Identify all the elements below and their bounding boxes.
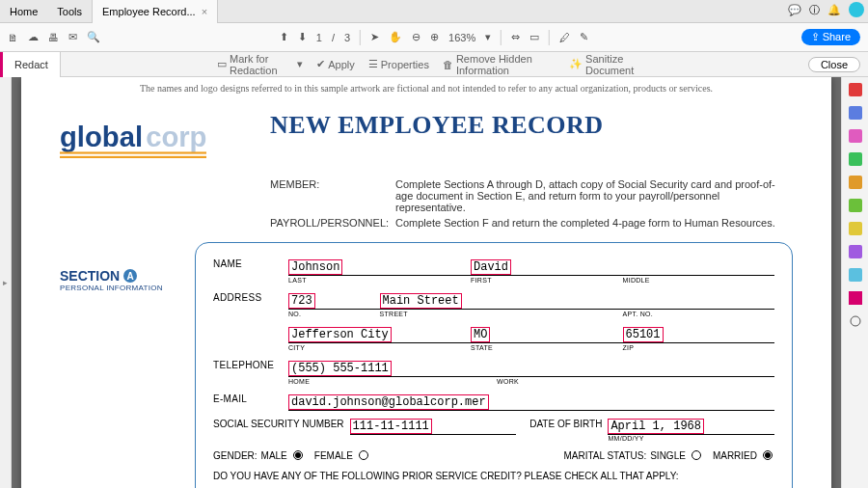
more-tools-icon[interactable] (849, 314, 862, 328)
highlight-icon[interactable]: 🖊 (559, 32, 570, 43)
avatar[interactable] (849, 2, 864, 17)
sub-home: HOME (288, 378, 497, 385)
payroll-text: Complete Section F and return the comple… (395, 217, 793, 229)
share-label: Share (823, 31, 851, 42)
svg-rect-13 (849, 291, 862, 305)
create-pdf-icon[interactable] (849, 106, 862, 120)
svg-text:global: global (60, 122, 143, 152)
tab-file[interactable]: Employee Record... × (92, 0, 218, 23)
sub-work: WORK (497, 378, 774, 385)
chat-icon[interactable]: 💬 (788, 4, 801, 16)
field-home-phone: (555) 555-1111 (288, 361, 392, 376)
zoom-value[interactable]: 163% (448, 32, 475, 43)
field-ssn: 111-11-1111 (350, 419, 432, 434)
zoom-in-icon[interactable]: ⊕ (430, 31, 439, 43)
radio-married[interactable] (763, 450, 773, 460)
label-male: MALE (261, 450, 287, 461)
member-label: MEMBER: (270, 178, 395, 213)
sub-city: CITY (288, 344, 471, 351)
compress-icon[interactable] (849, 222, 862, 235)
label-address: ADDRESS (213, 290, 288, 303)
apply-button[interactable]: ✔Apply (316, 58, 355, 70)
comment-icon[interactable] (849, 152, 862, 166)
pointer-icon[interactable]: ➤ (370, 31, 379, 43)
remove-icon: 🗑 (443, 59, 453, 70)
properties-label: Properties (381, 59, 429, 70)
redact-tab[interactable]: Redact (0, 52, 61, 77)
svg-rect-6 (849, 129, 862, 143)
save-icon[interactable]: 🗎 (8, 32, 18, 43)
label-married: MARRIED (713, 450, 757, 461)
tab-home[interactable]: Home (0, 0, 47, 23)
sub-apt: APT. NO. (623, 311, 775, 317)
edit-pdf-icon[interactable] (849, 129, 862, 143)
protect-icon[interactable] (849, 268, 862, 282)
sanitize-icon: ✨ (569, 58, 583, 70)
field-city: Jefferson City (288, 327, 392, 342)
search-icon[interactable]: 🔍 (87, 31, 100, 43)
left-gutter[interactable]: ▸ (0, 77, 12, 488)
section-word: SECTION (60, 268, 120, 284)
sanitize-button[interactable]: ✨Sanitize Document (569, 53, 651, 76)
fit-page-icon[interactable]: ▭ (529, 31, 539, 43)
field-dob: April 1, 1968 (608, 419, 704, 434)
svg-rect-9 (849, 199, 862, 212)
fit-width-icon[interactable]: ⇔ (511, 31, 520, 43)
disclaimer-text: The names and logo designs referred to i… (60, 83, 793, 94)
sub-state: STATE (471, 344, 623, 351)
ssn-dob-row: SOCIAL SECURITY NUMBER 111-11-1111 DATE … (213, 419, 774, 435)
svg-text:corp: corp (146, 122, 206, 152)
page-down-icon[interactable]: ⬇ (298, 31, 307, 43)
section-header: SECTION A PERSONAL INFORMATION (60, 268, 163, 292)
export-pdf-icon[interactable] (849, 83, 862, 96)
redact-tool-icon[interactable] (849, 245, 862, 258)
close-icon[interactable]: × (202, 6, 207, 17)
mail-icon[interactable]: ✉ (68, 31, 77, 43)
properties-button[interactable]: ☰Properties (368, 58, 429, 70)
page-up-icon[interactable]: ⬆ (280, 31, 288, 43)
field-apt (623, 302, 627, 304)
pdf-page: The names and logo designs referred to i… (21, 77, 831, 488)
section-subtitle: PERSONAL INFORMATION (60, 284, 163, 292)
chevron-down-icon[interactable]: ▾ (485, 31, 491, 43)
radio-female[interactable] (359, 450, 368, 460)
svg-rect-5 (849, 106, 862, 120)
sub-first: FIRST (471, 277, 623, 284)
remove-hidden-button[interactable]: 🗑Remove Hidden Information (443, 53, 556, 76)
field-work-phone (497, 369, 501, 371)
help-icon[interactable]: ⓘ (809, 3, 820, 17)
cloud-icon[interactable]: ☁ (28, 31, 39, 43)
label-gender: GENDER: (213, 450, 258, 461)
form-section-a: NAME Johnson David LAST FIRST MIDDLE (195, 242, 793, 488)
zoom-out-icon[interactable]: ⊖ (412, 31, 420, 43)
bell-icon[interactable]: 🔔 (827, 4, 841, 16)
field-first: David (471, 259, 511, 275)
print-icon[interactable]: 🖶 (48, 32, 59, 43)
svg-rect-12 (849, 268, 862, 282)
svg-point-14 (851, 316, 860, 326)
tab-tools[interactable]: Tools (47, 0, 92, 23)
radio-single[interactable] (692, 450, 701, 460)
field-zip: 65101 (623, 327, 664, 342)
label-telephone: TELEPHONE (213, 358, 288, 370)
radio-male[interactable] (293, 450, 303, 460)
company-logo: global corp (60, 111, 243, 169)
svg-rect-2 (60, 151, 206, 153)
chevron-down-icon: ▾ (297, 58, 303, 70)
right-tool-rail (841, 77, 868, 488)
hand-icon[interactable]: ✋ (389, 31, 402, 43)
combine-icon[interactable] (849, 199, 862, 212)
sign-icon[interactable]: ✎ (580, 31, 588, 43)
share-button[interactable]: ⇪ Share (801, 29, 860, 45)
document-area[interactable]: The names and logo designs referred to i… (12, 77, 841, 488)
organize-icon[interactable] (849, 176, 862, 189)
page-sep: / (332, 32, 335, 43)
tab-file-label: Employee Record... (102, 6, 196, 17)
label-single: SINGLE (650, 450, 686, 461)
label-female: FEMALE (314, 450, 353, 461)
svg-rect-8 (849, 176, 862, 189)
field-middle (623, 268, 627, 270)
sign-tool-icon[interactable] (849, 291, 862, 305)
mark-redaction-button[interactable]: ▭Mark for Redaction▾ (217, 53, 303, 76)
close-button[interactable]: Close (808, 57, 860, 72)
